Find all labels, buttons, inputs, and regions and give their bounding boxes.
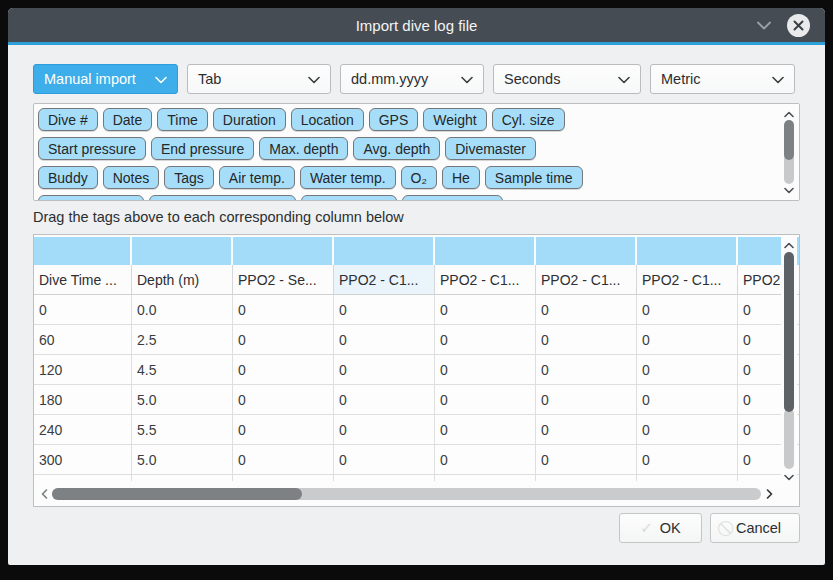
column-drop-target[interactable] [132,237,233,265]
scroll-up-icon[interactable] [783,239,795,251]
combobox-value: Seconds [504,71,560,87]
scrollbar-thumb[interactable] [52,488,302,500]
table-row: 00.0000000 [34,295,799,325]
table-cell: 0 [334,415,435,445]
tag-he[interactable]: He [442,166,480,189]
column-drop-target[interactable] [233,237,334,265]
field-separator-select[interactable]: Tab [187,64,331,94]
cancel-button[interactable]: ⃠ Cancel [710,513,800,543]
tag-sample-temperature[interactable]: Sample temperature [149,195,296,201]
date-format-select[interactable]: dd.mm.yyyy [340,64,484,94]
table-cell: 5.5 [132,415,233,445]
tag-avg-depth[interactable]: Avg. depth [353,137,440,160]
time-format-select[interactable]: Seconds [493,64,641,94]
table-partial-row [34,475,799,481]
table-cell: 0 [233,295,334,325]
chevron-down-icon [618,71,630,87]
tag-time[interactable]: Time [157,108,208,131]
ok-button[interactable]: ✓ OK [619,513,702,543]
close-window-button[interactable] [787,14,810,37]
table-cell: 0 [536,325,637,355]
table-cell: 0 [435,415,536,445]
tag-cyl-size[interactable]: Cyl. size [492,108,565,131]
tag-divemaster[interactable]: Divemaster [445,137,536,160]
ok-check-icon: ✓ [640,519,653,537]
table-cell: 0 [536,355,637,385]
table-cell: 300 [34,445,132,475]
table-cell: 240 [34,415,132,445]
partial-cell [334,475,435,481]
table-body: 00.0000000602.50000001204.50000001805.00… [34,295,799,475]
import-mode-select[interactable]: Manual import [33,64,178,94]
tag-air-temp[interactable]: Air temp. [219,166,295,189]
column-header-3[interactable]: PPO2 - C1... [334,265,435,295]
scrollbar-thumb[interactable] [784,252,794,412]
table-cell: 0 [536,295,637,325]
tag-max-depth[interactable]: Max. depth [259,137,348,160]
table-row: 2405.5000000 [34,415,799,445]
partial-cell [536,475,637,481]
column-drop-target[interactable] [637,237,738,265]
table-cell: 0 [233,445,334,475]
scroll-down-icon[interactable] [783,471,795,483]
tag-start-pressure[interactable]: Start pressure [38,137,146,160]
table-cell: 0 [435,295,536,325]
table-horizontal-scrollbar[interactable] [38,486,775,502]
units-select[interactable]: Metric [650,64,795,94]
column-drop-target[interactable] [435,237,536,265]
table-cell: 5.0 [132,385,233,415]
ok-button-label: OK [660,520,681,536]
scrollbar-track[interactable] [784,409,794,469]
tag-row: Sample depthSample temperatureSample pO₂… [38,195,795,201]
dialog-content: Manual importTabdd.mm.yyyySecondsMetric … [8,64,825,543]
tag-palette-vertical-scrollbar[interactable] [781,106,797,198]
partial-cell [34,475,132,481]
tag-end-pressure[interactable]: End pressure [151,137,254,160]
table-cell: 0 [233,415,334,445]
column-header-5[interactable]: PPO2 - C1... [536,265,637,295]
tag-buddy[interactable]: Buddy [38,166,98,189]
tag-date[interactable]: Date [103,108,153,131]
column-header-1[interactable]: Depth (m) [132,265,233,295]
tag-tags[interactable]: Tags [164,166,214,189]
tag-duration[interactable]: Duration [213,108,286,131]
table-row: 1805.0000000 [34,385,799,415]
scroll-left-icon[interactable] [38,488,50,500]
tag-row: Dive #DateTimeDurationLocationGPSWeightC… [38,108,795,131]
column-header-2[interactable]: PPO2 - Se... [233,265,334,295]
partial-cell [233,475,334,481]
tag-row: BuddyNotesTagsAir temp.Water temp.O₂HeSa… [38,166,795,189]
tag-dive[interactable]: Dive # [38,108,98,131]
chevron-down-icon [308,76,320,84]
table-cell: 120 [34,355,132,385]
tag-sample-cns[interactable]: Sample CNS [402,195,503,201]
tag-notes[interactable]: Notes [103,166,160,189]
tag-row: Start pressureEnd pressureMax. depthAvg.… [38,137,795,160]
column-drop-target[interactable] [334,237,435,265]
table-cell: 0 [435,325,536,355]
column-drop-target[interactable] [536,237,637,265]
column-header-4[interactable]: PPO2 - C1... [435,265,536,295]
table-cell: 0 [435,385,536,415]
tag-sample-time[interactable]: Sample time [485,166,583,189]
tag-water-temp[interactable]: Water temp. [300,166,396,189]
column-drop-target[interactable] [34,237,132,265]
combobox-value: Metric [661,71,700,87]
scroll-right-icon[interactable] [763,488,775,500]
tag-o[interactable]: O₂ [401,166,437,189]
tag-gps[interactable]: GPS [369,108,419,131]
scroll-down-icon[interactable] [783,184,795,196]
shade-window-button[interactable] [755,17,773,33]
table-cell: 0 [637,415,738,445]
column-header-0[interactable]: Dive Time ... [34,265,132,295]
chevron-down-icon [772,76,784,84]
tag-sample-po[interactable]: Sample pO₂ [301,195,396,201]
scrollbar-thumb[interactable] [784,120,794,160]
column-header-6[interactable]: PPO2 - C1... [637,265,738,295]
tag-location[interactable]: Location [291,108,364,131]
scroll-up-icon[interactable] [783,108,795,120]
table-vertical-scrollbar[interactable] [781,237,797,485]
tag-weight[interactable]: Weight [423,108,486,131]
table-cell: 0 [34,295,132,325]
tag-sample-depth[interactable]: Sample depth [38,195,144,201]
